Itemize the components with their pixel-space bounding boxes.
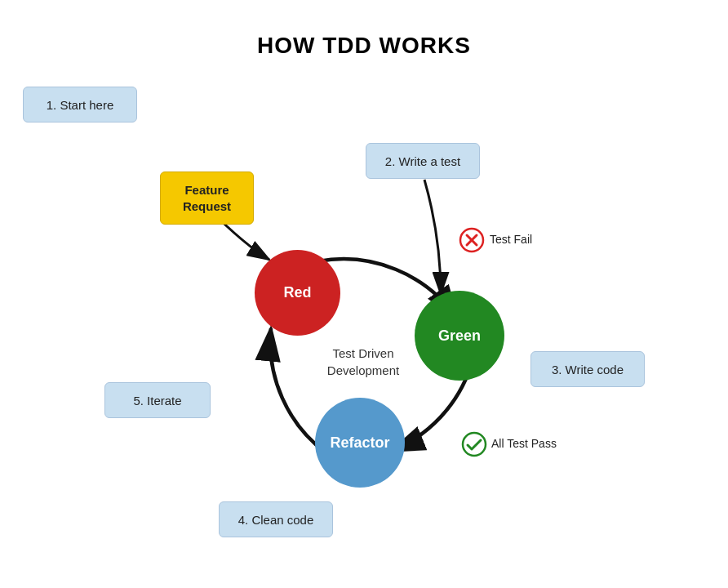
red-label: Red: [283, 284, 311, 301]
clean-code-box: 4. Clean code: [219, 501, 333, 537]
refactor-label: Refactor: [330, 434, 389, 452]
center-text-line2: Development: [314, 362, 412, 379]
test-fail-label: Test Fail: [490, 233, 532, 246]
iterate-box: 5. Iterate: [104, 382, 211, 418]
feature-request-box: Feature Request: [160, 172, 254, 225]
red-circle: Red: [255, 250, 340, 336]
write-test-box: 2. Write a test: [366, 143, 480, 179]
write-code-box: 3. Write code: [530, 351, 645, 387]
center-text-line1: Test Driven: [314, 345, 412, 362]
svg-point-5: [463, 433, 486, 456]
green-label: Green: [438, 327, 481, 345]
page-title: HOW TDD WORKS: [0, 0, 728, 59]
start-box: 1. Start here: [23, 87, 137, 122]
test-fail-icon: [459, 227, 485, 253]
green-circle: Green: [415, 291, 504, 381]
center-text: Test Driven Development: [314, 345, 412, 379]
refactor-circle: Refactor: [315, 398, 405, 488]
all-test-pass-icon: [461, 431, 487, 457]
all-test-pass-label: All Test Pass: [491, 437, 557, 450]
feature-request-label: Feature Request: [183, 182, 231, 214]
